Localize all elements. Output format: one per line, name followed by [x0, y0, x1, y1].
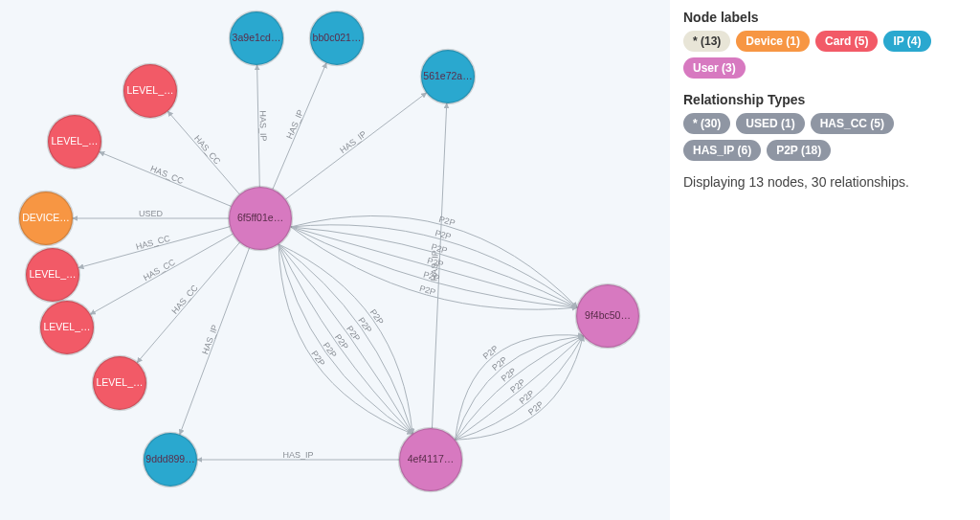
label-pill-star[interactable]: * (13)	[683, 31, 730, 52]
edge-has_ip[interactable]: HAS_IP	[257, 65, 269, 187]
svg-point-8	[48, 115, 101, 169]
node-ip[interactable]: bb0c021…	[310, 11, 364, 65]
edge-has_ip[interactable]: HAS_IP	[197, 450, 399, 460]
edge-label: HAS_IP	[285, 108, 306, 140]
graph-canvas[interactable]: USEDHAS_CCHAS_CCHAS_CCHAS_CCHAS_CCHAS_IP…	[0, 0, 670, 520]
node-card[interactable]: LEVEL_…	[123, 64, 177, 118]
svg-point-9	[26, 248, 79, 302]
rel-pill[interactable]: HAS_CC (5)	[811, 113, 894, 134]
label-pill-card[interactable]: Card (5)	[815, 31, 878, 52]
node-label-pills: * (13)Device (1)Card (5)IP (4)User (3)	[683, 31, 967, 79]
edge-label: P2P	[437, 215, 456, 228]
edge-label: HAS_IP	[258, 110, 269, 141]
node-ip[interactable]: 561e72a…	[421, 50, 475, 103]
node-card[interactable]: LEVEL_…	[93, 356, 146, 410]
svg-point-4	[310, 11, 364, 65]
node-user[interactable]: 4ef4117…	[399, 428, 462, 491]
label-pill-device[interactable]: Device (1)	[736, 31, 810, 52]
edge-label: HAS_CC	[135, 234, 171, 252]
edge-label: USED	[139, 209, 164, 218]
edge-p2p[interactable]: P2P	[278, 244, 412, 434]
rel-pill[interactable]: USED (1)	[736, 113, 804, 134]
svg-point-3	[230, 11, 283, 65]
edge-label: HAS_IP	[200, 324, 220, 355]
rel-pill[interactable]: HAS_IP (6)	[683, 140, 761, 161]
displaying-summary: Displaying 13 nodes, 30 relationships.	[683, 174, 967, 190]
svg-point-11	[93, 356, 146, 410]
edge-label: HAS_CC	[192, 133, 223, 167]
graph-svg[interactable]: USEDHAS_CCHAS_CCHAS_CCHAS_CCHAS_CCHAS_IP…	[0, 0, 670, 520]
edge-label: HAS_IP	[282, 450, 313, 460]
node-ip[interactable]: 3a9e1cd…	[230, 11, 283, 65]
node-labels-heading: Node labels	[683, 10, 967, 25]
edge-has_cc[interactable]: HAS_CC	[90, 234, 233, 314]
rel-pill[interactable]: * (30)	[683, 113, 730, 134]
svg-point-2	[576, 284, 639, 348]
edge-has_cc[interactable]: HAS_CC	[137, 242, 239, 363]
node-device[interactable]: DEVICE…	[19, 192, 73, 245]
svg-point-10	[40, 301, 94, 354]
node-card[interactable]: LEVEL_…	[26, 248, 79, 302]
node-card[interactable]: LEVEL_…	[40, 301, 94, 354]
node-user[interactable]: 6f5ff01e…	[229, 187, 292, 250]
edge-label: P2P	[418, 283, 436, 297]
edge-has_cc[interactable]: HAS_CC	[78, 227, 230, 268]
edge-label: HAS_CC	[169, 283, 200, 316]
edge-has_ip[interactable]: HAS_IP	[273, 63, 326, 190]
label-pill-ip[interactable]: IP (4)	[883, 31, 930, 52]
rel-types-heading: Relationship Types	[683, 92, 967, 107]
node-card[interactable]: LEVEL_…	[48, 115, 101, 169]
label-pill-user[interactable]: User (3)	[683, 57, 746, 79]
svg-point-7	[123, 64, 177, 118]
svg-point-0	[229, 187, 292, 250]
edge-label: HAS_IP	[338, 129, 368, 155]
edge-has_ip[interactable]: HAS_IP	[180, 248, 250, 435]
svg-point-12	[19, 192, 73, 245]
rel-pill[interactable]: P2P (18)	[767, 140, 831, 161]
svg-point-5	[421, 50, 475, 103]
svg-point-6	[144, 433, 197, 486]
svg-point-1	[399, 428, 462, 491]
edge-label: P2P	[434, 228, 452, 241]
edge-label: HAS_CC	[142, 257, 177, 283]
node-user[interactable]: 9f4bc50…	[576, 284, 639, 348]
node-ip[interactable]: 9ddd899…	[144, 433, 197, 486]
legend-panel: Node labels * (13)Device (1)Card (5)IP (…	[670, 0, 980, 520]
edge-used[interactable]: USED	[73, 209, 229, 218]
rel-type-pills: * (30)USED (1)HAS_CC (5)HAS_IP (6)P2P (1…	[683, 113, 967, 161]
